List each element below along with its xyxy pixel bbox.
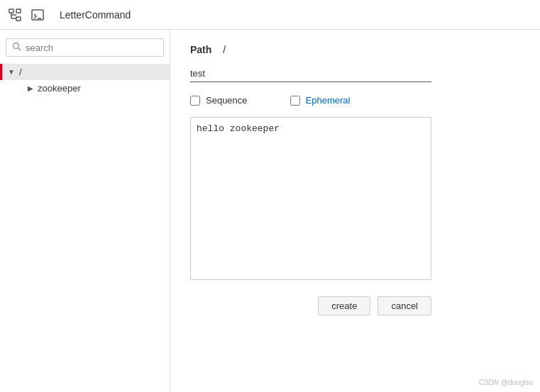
tree-child-arrow: ▶ — [28, 84, 33, 92]
sidebar: ▼ / ▶ zookeeper — [0, 30, 170, 392]
terminal-icon[interactable] — [30, 7, 45, 23]
search-input[interactable] — [26, 43, 158, 53]
svg-line-9 — [18, 48, 21, 51]
tree-expand-arrow: ▼ — [8, 68, 15, 76]
tree-root-item[interactable]: ▼ / — [0, 64, 170, 80]
svg-rect-2 — [16, 17, 21, 21]
watermark: CSDN @douglsu — [479, 379, 533, 386]
main-layout: ▼ / ▶ zookeeper Path / Sequence — [0, 30, 540, 392]
title-bar: LetterCommand — [0, 0, 540, 30]
checkboxes-row: Sequence Ephemeral — [190, 95, 520, 106]
path-input-container — [190, 65, 520, 82]
tab-icons — [7, 7, 45, 23]
textarea-container: hello zookeeper — [190, 117, 520, 282]
sequence-checkbox-item: Sequence — [190, 95, 248, 106]
tree-child-label: zookeeper — [38, 83, 81, 94]
svg-rect-1 — [16, 9, 21, 13]
content-area: Path / Sequence Ephemeral hello zookeepe… — [170, 30, 540, 392]
ephemeral-label: Ephemeral — [306, 95, 351, 106]
tree-view-icon[interactable] — [7, 7, 23, 23]
ephemeral-checkbox[interactable] — [290, 96, 300, 106]
tree-zookeeper-item[interactable]: ▶ zookeeper — [20, 80, 170, 96]
tree-root-label: / — [19, 67, 22, 77]
cancel-button[interactable]: cancel — [378, 296, 431, 315]
path-value: / — [223, 44, 226, 55]
search-icon — [12, 42, 21, 53]
svg-point-8 — [13, 43, 19, 49]
sequence-label: Sequence — [206, 95, 248, 106]
tree-children: ▶ zookeeper — [0, 80, 170, 96]
search-box[interactable] — [6, 38, 164, 57]
path-row: Path / — [190, 44, 520, 55]
path-input[interactable] — [190, 65, 431, 82]
content-textarea[interactable]: hello zookeeper — [190, 117, 431, 280]
app-title: LetterCommand — [60, 9, 131, 21]
path-label: Path — [190, 44, 211, 55]
buttons-row: create cancel — [190, 296, 431, 315]
sequence-checkbox[interactable] — [190, 96, 200, 106]
create-button[interactable]: create — [318, 296, 370, 315]
svg-rect-0 — [9, 9, 13, 13]
ephemeral-checkbox-item: Ephemeral — [290, 95, 351, 106]
